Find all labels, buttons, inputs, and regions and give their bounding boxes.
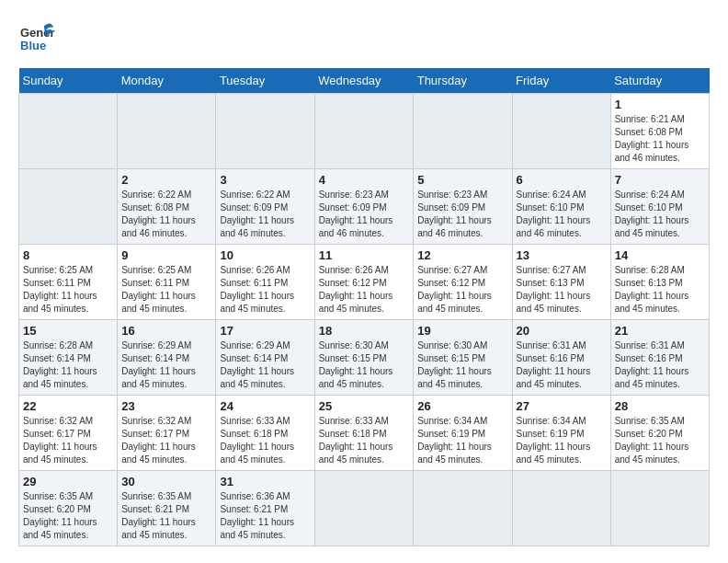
logo-icon: General Blue: [18, 18, 55, 55]
day-number: 12: [417, 248, 507, 262]
calendar-day: 26Sunrise: 6:34 AMSunset: 6:19 PMDayligh…: [414, 396, 512, 471]
day-of-week-header: Saturday: [610, 68, 709, 94]
calendar-day: 9Sunrise: 6:25 AMSunset: 6:11 PMDaylight…: [118, 245, 216, 320]
calendar-day: 18Sunrise: 6:30 AMSunset: 6:15 PMDayligh…: [314, 320, 414, 396]
empty-cell: [216, 94, 314, 169]
day-info: Sunrise: 6:32 AMSunset: 6:17 PMDaylight:…: [23, 416, 97, 465]
day-info: Sunrise: 6:33 AMSunset: 6:18 PMDaylight:…: [220, 416, 294, 465]
day-number: 8: [23, 248, 113, 262]
day-info: Sunrise: 6:22 AMSunset: 6:09 PMDaylight:…: [220, 190, 294, 238]
day-info: Sunrise: 6:26 AMSunset: 6:11 PMDaylight:…: [220, 265, 294, 314]
day-number: 31: [220, 475, 310, 488]
calendar-day: 24Sunrise: 6:33 AMSunset: 6:18 PMDayligh…: [216, 396, 314, 471]
day-number: 10: [220, 248, 310, 262]
day-number: 2: [121, 173, 211, 187]
day-number: 25: [319, 399, 410, 413]
day-number: 3: [220, 173, 310, 187]
calendar-day: [610, 471, 709, 546]
day-info: Sunrise: 6:23 AMSunset: 6:09 PMDaylight:…: [319, 190, 393, 238]
day-number: 7: [615, 173, 705, 187]
calendar-day: [314, 471, 414, 546]
day-number: 19: [417, 324, 507, 338]
day-info: Sunrise: 6:29 AMSunset: 6:14 PMDaylight:…: [220, 340, 294, 389]
day-of-week-header: Wednesday: [314, 68, 414, 94]
calendar-day: 1Sunrise: 6:21 AMSunset: 6:08 PMDaylight…: [610, 94, 709, 169]
day-number: 11: [319, 248, 410, 262]
day-info: Sunrise: 6:30 AMSunset: 6:15 PMDaylight:…: [417, 340, 492, 389]
day-number: 4: [319, 173, 410, 187]
day-info: Sunrise: 6:35 AMSunset: 6:20 PMDaylight:…: [23, 491, 97, 540]
day-number: 22: [23, 399, 113, 413]
day-number: 24: [220, 399, 310, 413]
calendar-day: 27Sunrise: 6:34 AMSunset: 6:19 PMDayligh…: [512, 396, 610, 471]
calendar-day: 12Sunrise: 6:27 AMSunset: 6:12 PMDayligh…: [414, 245, 512, 320]
day-number: 1: [615, 98, 705, 111]
day-info: Sunrise: 6:33 AMSunset: 6:18 PMDaylight:…: [319, 416, 393, 465]
day-info: Sunrise: 6:25 AMSunset: 6:11 PMDaylight:…: [23, 265, 97, 314]
calendar-day: 6Sunrise: 6:24 AMSunset: 6:10 PMDaylight…: [512, 169, 610, 245]
day-number: 21: [615, 324, 705, 338]
calendar-day: 31Sunrise: 6:36 AMSunset: 6:21 PMDayligh…: [216, 471, 314, 546]
day-number: 26: [417, 399, 507, 413]
calendar-day: 8Sunrise: 6:25 AMSunset: 6:11 PMDaylight…: [19, 245, 118, 320]
calendar-day: 2Sunrise: 6:22 AMSunset: 6:08 PMDaylight…: [118, 169, 216, 245]
empty-cell: [314, 94, 414, 169]
calendar-day: 25Sunrise: 6:33 AMSunset: 6:18 PMDayligh…: [314, 396, 414, 471]
day-info: Sunrise: 6:28 AMSunset: 6:13 PMDaylight:…: [615, 265, 689, 314]
day-number: 6: [517, 173, 607, 187]
day-number: 30: [121, 475, 211, 488]
page-header: General Blue: [18, 18, 710, 59]
day-info: Sunrise: 6:26 AMSunset: 6:12 PMDaylight:…: [319, 265, 393, 314]
empty-cell: [512, 94, 610, 169]
day-info: Sunrise: 6:27 AMSunset: 6:12 PMDaylight:…: [417, 265, 492, 314]
day-info: Sunrise: 6:35 AMSunset: 6:20 PMDaylight:…: [615, 416, 689, 465]
calendar-day: 29Sunrise: 6:35 AMSunset: 6:20 PMDayligh…: [19, 471, 118, 546]
day-info: Sunrise: 6:30 AMSunset: 6:15 PMDaylight:…: [319, 340, 393, 389]
day-number: 5: [417, 173, 507, 187]
logo: General Blue: [18, 18, 55, 59]
calendar-day: 7Sunrise: 6:24 AMSunset: 6:10 PMDaylight…: [610, 169, 709, 245]
day-number: 15: [23, 324, 113, 338]
day-of-week-header: Monday: [118, 68, 216, 94]
calendar-day: 4Sunrise: 6:23 AMSunset: 6:09 PMDaylight…: [314, 169, 414, 245]
day-info: Sunrise: 6:23 AMSunset: 6:09 PMDaylight:…: [417, 190, 492, 238]
day-number: 28: [615, 399, 705, 413]
day-number: 29: [23, 475, 113, 488]
calendar-day: 20Sunrise: 6:31 AMSunset: 6:16 PMDayligh…: [512, 320, 610, 396]
day-number: 23: [121, 399, 211, 413]
calendar-header: SundayMondayTuesdayWednesdayThursdayFrid…: [19, 68, 710, 94]
calendar-day: [414, 471, 512, 546]
empty-cell: [19, 169, 118, 245]
calendar-day: 22Sunrise: 6:32 AMSunset: 6:17 PMDayligh…: [19, 396, 118, 471]
day-info: Sunrise: 6:34 AMSunset: 6:19 PMDaylight:…: [417, 416, 492, 465]
calendar-day: 21Sunrise: 6:31 AMSunset: 6:16 PMDayligh…: [610, 320, 709, 396]
empty-cell: [414, 94, 512, 169]
day-info: Sunrise: 6:24 AMSunset: 6:10 PMDaylight:…: [517, 190, 591, 238]
day-info: Sunrise: 6:31 AMSunset: 6:16 PMDaylight:…: [517, 340, 591, 389]
calendar-day: 30Sunrise: 6:35 AMSunset: 6:21 PMDayligh…: [118, 471, 216, 546]
calendar-day: 14Sunrise: 6:28 AMSunset: 6:13 PMDayligh…: [610, 245, 709, 320]
day-info: Sunrise: 6:32 AMSunset: 6:17 PMDaylight:…: [121, 416, 196, 465]
calendar-day: 10Sunrise: 6:26 AMSunset: 6:11 PMDayligh…: [216, 245, 314, 320]
day-number: 18: [319, 324, 410, 338]
day-info: Sunrise: 6:29 AMSunset: 6:14 PMDaylight:…: [121, 340, 196, 389]
day-number: 27: [517, 399, 607, 413]
calendar-day: 28Sunrise: 6:35 AMSunset: 6:20 PMDayligh…: [610, 396, 709, 471]
day-info: Sunrise: 6:24 AMSunset: 6:10 PMDaylight:…: [615, 190, 689, 238]
calendar-table: SundayMondayTuesdayWednesdayThursdayFrid…: [18, 68, 710, 546]
day-number: 14: [615, 248, 705, 262]
day-info: Sunrise: 6:28 AMSunset: 6:14 PMDaylight:…: [23, 340, 97, 389]
calendar-day: 17Sunrise: 6:29 AMSunset: 6:14 PMDayligh…: [216, 320, 314, 396]
day-number: 17: [220, 324, 310, 338]
svg-text:Blue: Blue: [20, 39, 46, 52]
calendar-day: 3Sunrise: 6:22 AMSunset: 6:09 PMDaylight…: [216, 169, 314, 245]
calendar-day: 15Sunrise: 6:28 AMSunset: 6:14 PMDayligh…: [19, 320, 118, 396]
day-of-week-header: Thursday: [414, 68, 512, 94]
day-info: Sunrise: 6:34 AMSunset: 6:19 PMDaylight:…: [517, 416, 591, 465]
day-of-week-header: Tuesday: [216, 68, 314, 94]
calendar-day: [512, 471, 610, 546]
day-info: Sunrise: 6:35 AMSunset: 6:21 PMDaylight:…: [121, 491, 196, 540]
day-info: Sunrise: 6:22 AMSunset: 6:08 PMDaylight:…: [121, 190, 196, 238]
day-info: Sunrise: 6:27 AMSunset: 6:13 PMDaylight:…: [517, 265, 591, 314]
day-info: Sunrise: 6:31 AMSunset: 6:16 PMDaylight:…: [615, 340, 689, 389]
